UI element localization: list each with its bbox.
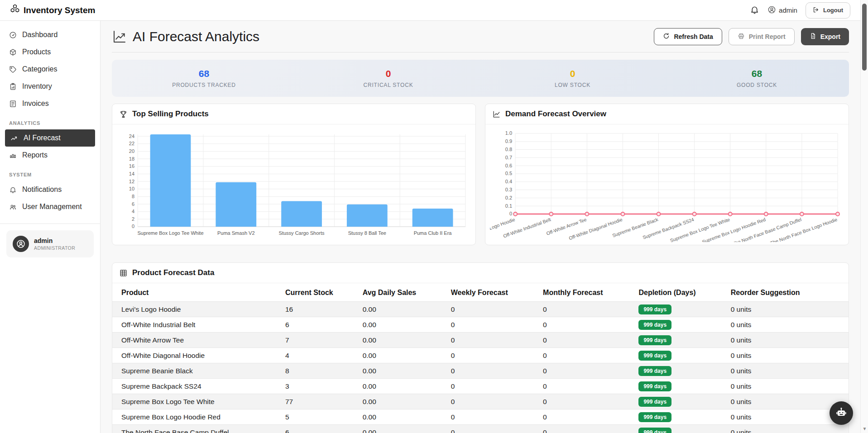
trending-icon: [10, 134, 18, 142]
depletion-badge: 999 days: [638, 366, 671, 376]
sidebar-item-label: Inventory: [22, 82, 52, 90]
column-current-stock: Current Stock: [282, 283, 359, 302]
refresh-data-button[interactable]: Refresh Data: [654, 28, 722, 45]
invoice-icon: [9, 100, 17, 108]
svg-text:0.9: 0.9: [505, 138, 512, 144]
file-icon: [810, 33, 816, 41]
product-forecast-data-card: Product Forecast Data Product Current St…: [112, 262, 849, 433]
bell-icon: [9, 186, 17, 194]
scrollbar-down-arrow[interactable]: ▼: [861, 426, 868, 431]
svg-text:Supreme Box Logo Tee White: Supreme Box Logo Tee White: [669, 217, 730, 242]
sidebar-item-label: Invoices: [22, 100, 49, 108]
sidebar-item-categories[interactable]: Categories: [0, 61, 100, 78]
sidebar-item-label: AI Forecast: [24, 134, 61, 142]
logout-icon: [813, 6, 820, 14]
svg-text:Stussy Cargo Shorts: Stussy Cargo Shorts: [279, 230, 325, 236]
cell-weekly-forecast: 0: [447, 363, 539, 379]
svg-text:24: 24: [129, 133, 134, 139]
cell-current-stock: 6: [282, 317, 359, 333]
logout-button[interactable]: Logout: [806, 2, 850, 19]
depletion-badge: 999 days: [638, 335, 671, 345]
sidebar-item-inventory[interactable]: Inventory: [0, 78, 100, 95]
export-button[interactable]: Export: [801, 28, 849, 45]
stat-value: 68: [112, 68, 296, 79]
notifications-bell-button[interactable]: [750, 5, 759, 16]
svg-text:0.7: 0.7: [505, 155, 512, 160]
sidebar-item-dashboard[interactable]: Dashboard: [0, 26, 100, 43]
cell-depletion: 999 days: [635, 348, 727, 363]
stat-low-stock: 0 LOW STOCK: [480, 68, 665, 88]
cell-current-stock: 8: [282, 363, 359, 379]
sidebar-item-label: Notifications: [22, 186, 62, 194]
boxes-logo-icon: [10, 4, 20, 16]
stat-value: 0: [480, 68, 665, 79]
demand-forecast-card: Demand Forecast Overview 00.10.20.30.40.…: [485, 104, 849, 245]
table-row: Supreme Beanie Black80.0000999 days0 uni…: [112, 363, 849, 379]
grid-icon: [119, 269, 128, 277]
cell-avg-daily-sales: 0.00: [359, 348, 447, 363]
user-chip[interactable]: admin: [767, 5, 797, 15]
gauge-icon: [9, 31, 17, 39]
sidebar-item-label: User Management: [22, 203, 82, 211]
cell-monthly-forecast: 0: [539, 379, 635, 394]
svg-text:2: 2: [132, 216, 134, 222]
sidebar-item-invoices[interactable]: Invoices: [0, 95, 100, 112]
svg-text:Stussy 8 Ball Tee: Stussy 8 Ball Tee: [348, 230, 386, 236]
scrollbar-thumb[interactable]: [862, 4, 867, 71]
window-scrollbar[interactable]: ▼: [860, 0, 868, 433]
sidebar-section-system: SYSTEM: [0, 164, 100, 181]
sidebar-profile-card[interactable]: admin ADMINISTRATOR: [6, 230, 94, 257]
cell-depletion: 999 days: [635, 409, 727, 425]
cell-avg-daily-sales: 0.00: [359, 317, 447, 333]
users-icon: [9, 203, 17, 211]
sidebar-item-reports[interactable]: Reports: [0, 147, 100, 164]
sidebar-item-products[interactable]: Products: [0, 43, 100, 61]
cell-reorder: 0 units: [727, 425, 849, 433]
cell-avg-daily-sales: 0.00: [359, 394, 447, 409]
svg-text:Supreme Box Logo Tee White: Supreme Box Logo Tee White: [137, 230, 203, 236]
sidebar-item-ai-forecast[interactable]: AI Forecast: [5, 129, 95, 147]
column-weekly-forecast: Weekly Forecast: [447, 283, 539, 302]
cell-avg-daily-sales: 0.00: [359, 379, 447, 394]
svg-text:16: 16: [129, 163, 134, 169]
svg-text:8: 8: [132, 194, 134, 199]
stat-label: GOOD STOCK: [665, 82, 849, 88]
column-avg-daily-sales: Avg Daily Sales: [359, 283, 447, 302]
avatar: [13, 236, 29, 252]
cell-reorder: 0 units: [727, 348, 849, 363]
user-icon: [767, 5, 776, 15]
cell-product: Supreme Backpack SS24: [112, 379, 282, 394]
table-row: The North Face Base Camp Duffel60.000099…: [112, 425, 849, 433]
svg-text:14: 14: [129, 171, 134, 176]
cell-product: Levi's Logo Hoodie: [112, 302, 282, 317]
table-row: Off-White Industrial Belt60.0000999 days…: [112, 317, 849, 333]
cell-monthly-forecast: 0: [539, 363, 635, 379]
sidebar-item-notifications[interactable]: Notifications: [0, 181, 100, 198]
sidebar-item-user-management[interactable]: User Management: [0, 198, 100, 215]
line-chart-icon: [492, 110, 501, 119]
sidebar-item-label: Reports: [22, 151, 48, 159]
stat-value: 0: [296, 68, 480, 79]
print-report-button[interactable]: Print Report: [729, 28, 795, 45]
stat-label: CRITICAL STOCK: [296, 82, 480, 88]
depletion-badge: 999 days: [638, 381, 671, 391]
cell-current-stock: 5: [282, 409, 359, 425]
chat-assistant-button[interactable]: [830, 401, 853, 425]
cell-monthly-forecast: 0: [539, 302, 635, 317]
svg-text:20: 20: [129, 148, 134, 154]
sidebar: Dashboard Products Categories Inventory …: [0, 21, 101, 433]
top-selling-products-bar-chart: 024681012141618202224Supreme Box Logo Te…: [117, 128, 471, 242]
cell-depletion: 999 days: [635, 302, 727, 317]
cell-weekly-forecast: 0: [447, 394, 539, 409]
cell-reorder: 0 units: [727, 379, 849, 394]
cell-current-stock: 7: [282, 333, 359, 348]
stat-value: 68: [665, 68, 849, 79]
cell-current-stock: 6: [282, 425, 359, 433]
main-content: AI Forecast Analytics Refresh Data Print…: [101, 21, 860, 433]
top-selling-products-card: Top Selling Products 0246810121416182022…: [112, 104, 476, 245]
column-monthly-forecast: Monthly Forecast: [539, 283, 635, 302]
column-product: Product: [112, 283, 282, 302]
box-icon: [9, 48, 17, 56]
svg-text:1.0: 1.0: [505, 131, 512, 136]
table-row: Supreme Box Logo Tee White770.0000999 da…: [112, 394, 849, 409]
